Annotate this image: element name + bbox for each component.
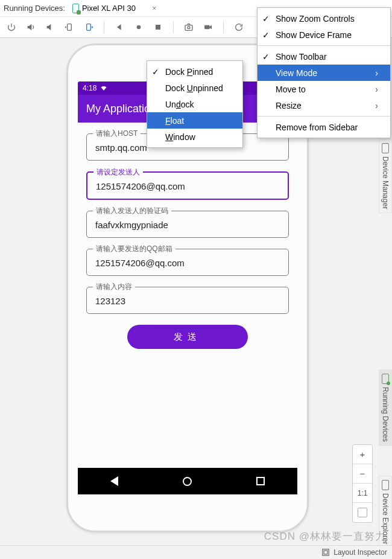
overview-nav-icon[interactable] [153, 22, 163, 33]
nav-home-icon[interactable] [183, 477, 192, 486]
sidebar-tab-label: Running Devices [381, 387, 390, 442]
field-label: 请输入内容 [93, 282, 135, 292]
nav-back-icon[interactable] [110, 476, 118, 486]
zoom-in-button[interactable]: + [353, 445, 372, 464]
phone-icon [72, 4, 79, 13]
device-name: Pixel XL API 30 [82, 4, 136, 13]
main-context-menu: ✓Show Zoom Controls✓Show Device Frame✓Sh… [257, 7, 391, 138]
toolbar-separator [223, 21, 224, 33]
device-tab[interactable]: Pixel XL API 30 × [72, 4, 157, 13]
chevron-right-icon: › [375, 101, 378, 110]
svg-rect-3 [156, 25, 160, 30]
menu-item[interactable]: Float [147, 112, 242, 129]
layout-inspector-button[interactable]: Layout Inspector [334, 548, 387, 557]
svg-point-2 [137, 25, 141, 30]
svg-rect-1 [87, 24, 91, 31]
record-icon[interactable] [203, 22, 213, 33]
menu-item-label: Show Zoom Controls [276, 14, 355, 24]
menu-item-label: Dock Pinned [165, 67, 213, 77]
zoom-fit-button[interactable] [353, 503, 372, 522]
toolbar-separator [104, 21, 104, 33]
menu-item[interactable]: Remove from Sidebar [258, 119, 390, 135]
fit-icon [358, 508, 367, 517]
field-label: 请输入HOST [93, 129, 141, 139]
check-icon: ✓ [262, 14, 270, 24]
zoom-controls: + − 1:1 [352, 444, 373, 523]
field-label: 请设定发送人 [93, 167, 143, 177]
svg-point-5 [188, 27, 190, 29]
check-icon: ✓ [262, 52, 270, 62]
menu-item[interactable]: ✓Show Device Frame [258, 27, 390, 43]
field-input[interactable] [94, 295, 281, 307]
zoom-out-button[interactable]: − [353, 464, 372, 484]
menu-item[interactable]: ✓Show Zoom Controls [258, 10, 390, 27]
svg-rect-4 [185, 25, 192, 31]
menu-item-label: Show Device Frame [276, 30, 352, 40]
power-icon[interactable] [6, 22, 17, 33]
phone-icon [382, 143, 389, 153]
menu-item[interactable]: Undock [147, 96, 242, 112]
menu-item[interactable]: View Mode› [258, 65, 390, 81]
text-field[interactable]: 请输入要发送的QQ邮箱 [86, 249, 289, 276]
reload-icon[interactable] [233, 22, 244, 33]
home-nav-icon[interactable] [133, 22, 144, 33]
menu-item-label: Float [165, 116, 184, 126]
volume-up-icon[interactable] [25, 22, 36, 33]
layout-inspector-icon [321, 548, 330, 557]
wifi-icon [100, 85, 107, 92]
viewmode-submenu: ✓Dock PinnedDock UnpinnedUndockFloatWind… [147, 60, 243, 148]
field-label: 请输入要发送的QQ邮箱 [93, 244, 175, 254]
menu-item-label: Show Toolbar [276, 52, 327, 62]
volume-down-icon[interactable] [45, 22, 55, 33]
chevron-right-icon: › [375, 85, 378, 94]
toolbar-separator [173, 21, 174, 33]
menu-item-label: View Mode [276, 68, 317, 78]
field-input[interactable] [94, 219, 281, 231]
send-button[interactable]: 发送 [127, 325, 248, 349]
menu-item[interactable]: Window [147, 129, 242, 145]
menu-item[interactable]: ✓Dock Pinned [147, 63, 242, 80]
sidebar-tab-running-devices[interactable]: Running Devices [379, 369, 392, 446]
android-navbar [78, 468, 297, 494]
sidebar-tab-label: Device Manager [381, 156, 390, 209]
sidebar-tab-device-explorer[interactable]: Device Explorer [379, 476, 392, 549]
text-field[interactable]: 请输入内容 [86, 287, 289, 314]
menu-item[interactable]: Dock Unpinned [147, 80, 242, 96]
menu-item-label: Window [165, 132, 195, 142]
form-body: 请输入HOST请设定发送人请输入发送人的验证码请输入要发送的QQ邮箱请输入内容发… [78, 123, 297, 360]
chevron-right-icon: › [375, 68, 378, 78]
running-devices-label: Running Devices: [4, 4, 65, 13]
screenshot-icon[interactable] [183, 22, 194, 33]
field-label: 请输入发送人的验证码 [93, 206, 171, 216]
menu-item-label: Remove from Sidebar [276, 123, 358, 132]
phone-icon [382, 374, 389, 384]
menu-item[interactable]: Move to› [258, 81, 390, 97]
menu-item[interactable]: Resize› [258, 97, 390, 113]
text-field[interactable]: 请设定发送人 [86, 171, 289, 200]
check-icon: ✓ [262, 30, 270, 40]
menu-item-label: Resize [276, 101, 302, 110]
menu-item-label: Undock [165, 100, 194, 109]
rotate-right-icon[interactable] [83, 22, 94, 33]
close-tab-icon[interactable]: × [152, 4, 157, 13]
svg-rect-6 [204, 25, 210, 30]
text-field[interactable]: 请输入发送人的验证码 [86, 211, 289, 238]
zoom-actual-button[interactable]: 1:1 [353, 484, 372, 503]
field-input[interactable] [95, 180, 280, 192]
field-input[interactable] [94, 257, 281, 269]
app-title: My Application [86, 103, 156, 115]
nav-overview-icon[interactable] [256, 477, 265, 485]
menu-item[interactable]: ✓Show Toolbar [258, 48, 390, 65]
status-time: 4:18 [83, 84, 96, 92]
check-icon: ✓ [152, 67, 159, 77]
svg-rect-14 [324, 551, 327, 554]
svg-rect-0 [68, 24, 72, 31]
sidebar-tab-device-manager[interactable]: Device Manager [379, 139, 392, 213]
phone-icon [382, 480, 389, 490]
sidebar-tab-label: Device Explorer [381, 493, 390, 545]
menu-item-label: Move to [276, 85, 306, 94]
menu-item-label: Dock Unpinned [165, 83, 223, 93]
back-nav-icon[interactable] [114, 22, 125, 33]
bottom-toolbar: Layout Inspector [0, 545, 392, 559]
rotate-left-icon[interactable] [64, 22, 75, 33]
